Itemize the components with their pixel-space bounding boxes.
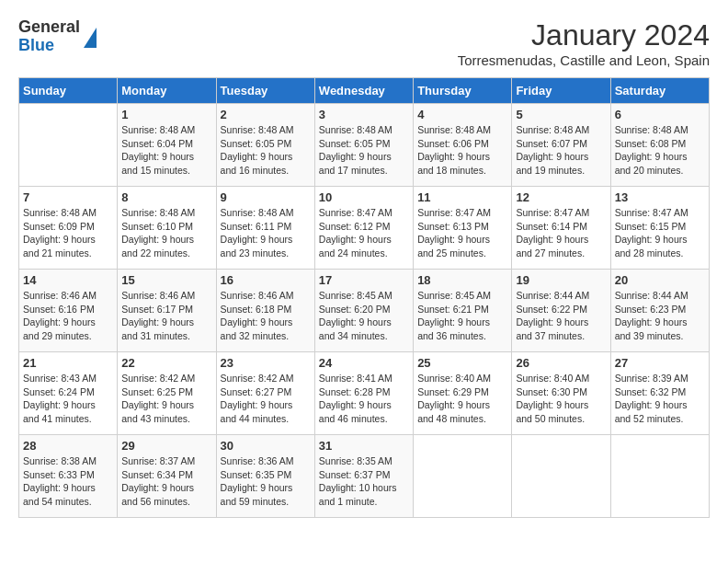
day-info: Sunrise: 8:38 AMSunset: 6:33 PMDaylight:…	[23, 454, 113, 509]
day-info: Sunrise: 8:48 AMSunset: 6:11 PMDaylight:…	[221, 206, 311, 260]
day-info: Sunrise: 8:42 AMSunset: 6:25 PMDaylight:…	[121, 372, 211, 426]
calendar-cell: 29Sunrise: 8:37 AMSunset: 6:34 PMDayligh…	[118, 435, 216, 518]
day-info: Sunrise: 8:48 AMSunset: 6:04 PMDaylight:…	[121, 123, 211, 178]
calendar-cell	[610, 435, 709, 518]
day-info: Sunrise: 8:48 AMSunset: 6:07 PMDaylight:…	[516, 123, 606, 178]
day-number: 22	[121, 356, 211, 370]
day-number: 29	[121, 439, 211, 453]
day-info: Sunrise: 8:41 AMSunset: 6:28 PMDaylight:…	[319, 372, 409, 426]
header-tuesday: Tuesday	[216, 78, 314, 104]
day-number: 4	[417, 108, 507, 121]
day-info: Sunrise: 8:36 AMSunset: 6:35 PMDaylight:…	[221, 454, 311, 509]
day-number: 30	[221, 439, 311, 453]
logo-text: General Blue	[18, 18, 80, 55]
day-info: Sunrise: 8:45 AMSunset: 6:20 PMDaylight:…	[319, 289, 409, 343]
day-number: 13	[615, 190, 705, 204]
day-number: 14	[23, 273, 113, 287]
day-info: Sunrise: 8:47 AMSunset: 6:14 PMDaylight:…	[516, 206, 606, 260]
calendar-cell: 18Sunrise: 8:45 AMSunset: 6:21 PMDayligh…	[414, 270, 512, 352]
calendar-cell: 13Sunrise: 8:47 AMSunset: 6:15 PMDayligh…	[610, 187, 709, 270]
day-number: 27	[615, 356, 705, 370]
calendar-header-row: SundayMondayTuesdayWednesdayThursdayFrid…	[19, 78, 710, 104]
day-number: 7	[23, 190, 113, 204]
day-info: Sunrise: 8:48 AMSunset: 6:05 PMDaylight:…	[319, 123, 409, 178]
calendar-cell: 15Sunrise: 8:46 AMSunset: 6:17 PMDayligh…	[118, 270, 216, 352]
day-number: 24	[319, 356, 409, 370]
day-info: Sunrise: 8:37 AMSunset: 6:34 PMDaylight:…	[121, 454, 211, 509]
calendar-cell: 28Sunrise: 8:38 AMSunset: 6:33 PMDayligh…	[19, 435, 118, 518]
calendar-cell	[19, 104, 118, 187]
calendar-cell: 12Sunrise: 8:47 AMSunset: 6:14 PMDayligh…	[512, 187, 610, 270]
calendar-cell: 1Sunrise: 8:48 AMSunset: 6:04 PMDaylight…	[118, 104, 216, 187]
day-info: Sunrise: 8:48 AMSunset: 6:06 PMDaylight:…	[417, 123, 507, 178]
header-friday: Friday	[512, 78, 610, 104]
day-number: 31	[319, 439, 409, 453]
day-number: 18	[417, 273, 507, 287]
day-info: Sunrise: 8:43 AMSunset: 6:24 PMDaylight:…	[23, 372, 113, 426]
day-info: Sunrise: 8:44 AMSunset: 6:23 PMDaylight:…	[615, 289, 705, 343]
header-monday: Monday	[118, 78, 216, 104]
calendar-week-row: 7Sunrise: 8:48 AMSunset: 6:09 PMDaylight…	[19, 187, 710, 270]
calendar-cell: 9Sunrise: 8:48 AMSunset: 6:11 PMDaylight…	[216, 187, 314, 270]
calendar-cell	[512, 435, 610, 518]
calendar-cell: 27Sunrise: 8:39 AMSunset: 6:32 PMDayligh…	[610, 352, 709, 435]
calendar-cell: 10Sunrise: 8:47 AMSunset: 6:12 PMDayligh…	[314, 187, 413, 270]
day-info: Sunrise: 8:46 AMSunset: 6:18 PMDaylight:…	[221, 289, 311, 343]
calendar-cell: 2Sunrise: 8:48 AMSunset: 6:05 PMDaylight…	[216, 104, 314, 187]
day-info: Sunrise: 8:46 AMSunset: 6:17 PMDaylight:…	[121, 289, 211, 343]
day-info: Sunrise: 8:47 AMSunset: 6:15 PMDaylight:…	[615, 206, 705, 260]
day-info: Sunrise: 8:47 AMSunset: 6:12 PMDaylight:…	[319, 206, 409, 260]
day-number: 15	[121, 273, 211, 287]
calendar-week-row: 28Sunrise: 8:38 AMSunset: 6:33 PMDayligh…	[19, 435, 710, 518]
header-wednesday: Wednesday	[314, 78, 413, 104]
logo-general: General	[18, 18, 80, 37]
calendar-week-row: 21Sunrise: 8:43 AMSunset: 6:24 PMDayligh…	[19, 352, 710, 435]
logo-blue: Blue	[18, 37, 80, 55]
day-info: Sunrise: 8:45 AMSunset: 6:21 PMDaylight:…	[417, 289, 507, 343]
page-header: General Blue January 2024 Torresmenudas,…	[18, 18, 710, 68]
day-info: Sunrise: 8:46 AMSunset: 6:16 PMDaylight:…	[23, 289, 113, 343]
day-info: Sunrise: 8:47 AMSunset: 6:13 PMDaylight:…	[417, 206, 507, 260]
day-number: 16	[221, 273, 311, 287]
calendar-cell: 26Sunrise: 8:40 AMSunset: 6:30 PMDayligh…	[512, 352, 610, 435]
calendar-cell: 5Sunrise: 8:48 AMSunset: 6:07 PMDaylight…	[512, 104, 610, 187]
calendar-cell: 20Sunrise: 8:44 AMSunset: 6:23 PMDayligh…	[610, 270, 709, 352]
day-number: 8	[121, 190, 211, 204]
day-info: Sunrise: 8:48 AMSunset: 6:09 PMDaylight:…	[23, 206, 113, 260]
day-number: 26	[516, 356, 606, 370]
calendar-cell: 11Sunrise: 8:47 AMSunset: 6:13 PMDayligh…	[414, 187, 512, 270]
day-info: Sunrise: 8:42 AMSunset: 6:27 PMDaylight:…	[221, 372, 311, 426]
day-number: 12	[516, 190, 606, 204]
calendar-cell: 17Sunrise: 8:45 AMSunset: 6:20 PMDayligh…	[314, 270, 413, 352]
day-number: 9	[221, 190, 311, 204]
calendar-cell: 23Sunrise: 8:42 AMSunset: 6:27 PMDayligh…	[216, 352, 314, 435]
day-number: 5	[516, 108, 606, 121]
day-info: Sunrise: 8:48 AMSunset: 6:05 PMDaylight:…	[221, 123, 311, 178]
calendar-week-row: 14Sunrise: 8:46 AMSunset: 6:16 PMDayligh…	[19, 270, 710, 352]
calendar-cell: 21Sunrise: 8:43 AMSunset: 6:24 PMDayligh…	[19, 352, 118, 435]
day-info: Sunrise: 8:40 AMSunset: 6:29 PMDaylight:…	[417, 372, 507, 426]
calendar-cell: 30Sunrise: 8:36 AMSunset: 6:35 PMDayligh…	[216, 435, 314, 518]
calendar-cell: 6Sunrise: 8:48 AMSunset: 6:08 PMDaylight…	[610, 104, 709, 187]
day-number: 10	[319, 190, 409, 204]
calendar-cell: 16Sunrise: 8:46 AMSunset: 6:18 PMDayligh…	[216, 270, 314, 352]
day-info: Sunrise: 8:44 AMSunset: 6:22 PMDaylight:…	[516, 289, 606, 343]
day-info: Sunrise: 8:40 AMSunset: 6:30 PMDaylight:…	[516, 372, 606, 426]
calendar-cell: 14Sunrise: 8:46 AMSunset: 6:16 PMDayligh…	[19, 270, 118, 352]
day-info: Sunrise: 8:39 AMSunset: 6:32 PMDaylight:…	[615, 372, 705, 426]
calendar-cell: 31Sunrise: 8:35 AMSunset: 6:37 PMDayligh…	[314, 435, 413, 518]
day-number: 25	[417, 356, 507, 370]
day-number: 20	[615, 273, 705, 287]
month-title: January 2024	[458, 18, 710, 52]
day-info: Sunrise: 8:48 AMSunset: 6:10 PMDaylight:…	[121, 206, 211, 260]
calendar-cell: 24Sunrise: 8:41 AMSunset: 6:28 PMDayligh…	[314, 352, 413, 435]
day-number: 17	[319, 273, 409, 287]
title-section: January 2024 Torresmenudas, Castille and…	[458, 18, 710, 68]
calendar-week-row: 1Sunrise: 8:48 AMSunset: 6:04 PMDaylight…	[19, 104, 710, 187]
day-number: 21	[23, 356, 113, 370]
day-number: 28	[23, 439, 113, 453]
day-number: 6	[615, 108, 705, 121]
day-info: Sunrise: 8:35 AMSunset: 6:37 PMDaylight:…	[319, 454, 409, 509]
day-number: 23	[221, 356, 311, 370]
calendar-cell: 3Sunrise: 8:48 AMSunset: 6:05 PMDaylight…	[314, 104, 413, 187]
